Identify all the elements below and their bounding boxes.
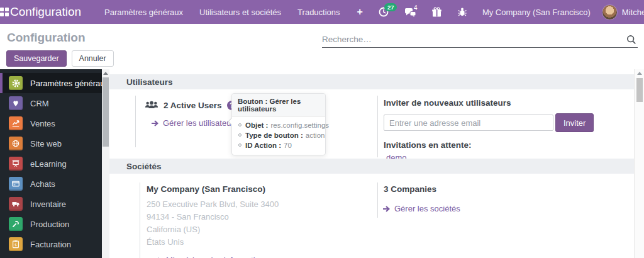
invite-email-input[interactable] [384,115,553,131]
tooltip-row-label: ID Action : [245,142,281,149]
companies-count: 3 Companies [384,184,460,194]
activity-count-badge: 27 [384,3,397,11]
tooltip-row-value: res.config.settings [270,121,329,129]
sales-chart-icon [9,116,23,130]
menu-traductions[interactable]: Traductions [289,0,348,24]
invite-button[interactable]: Inviter [555,113,594,132]
active-users-count: 2 Active Users [164,101,222,110]
sidebar-item-inventaire[interactable]: Inventaire [0,194,102,214]
active-users-row: 2 Active Users ? [145,100,236,110]
crm-heart-icon [9,96,23,110]
plus-icon[interactable]: + [348,6,372,18]
section-header-societes: Sociétés [109,159,634,174]
settings-sidebar: Paramètres généraux CRM Ventes Site web … [0,69,102,258]
sidebar-item-elearning[interactable]: eLearning [0,154,102,174]
sidebar-item-label: Achats [30,179,55,189]
messages-count-badge: 4 [414,4,418,11]
sidebar-item-label: eLearning [30,159,67,169]
tooltip-title: Bouton : Gérer les utilisateurs [232,94,325,117]
tooltip-row-value: 70 [284,142,292,149]
scrollbar-thumb[interactable] [103,77,109,147]
manage-companies-link[interactable]: Gérer les sociétés [382,204,460,213]
manage-users-link[interactable]: Gérer les utilisateurs [151,118,238,128]
systray: 27 4 [372,0,474,24]
tooltip-row-value: action [306,132,325,139]
search-bar [322,31,638,48]
user-menu-button[interactable]: Mitchell Admin (4469803-14-0-all) [599,4,644,20]
svg-text:$: $ [14,243,17,247]
address-line: California (US) [147,223,279,236]
button-tooltip: Bouton : Gérer les utilisateurs Objet : … [231,93,326,155]
user-avatar [602,4,618,20]
company-info-block: My Company (San Francisco) 250 Executive… [147,184,279,258]
breadcrumb: Configuration [7,31,86,45]
sidebar-item-label: Paramètres généraux [30,79,109,88]
user-name: Mitchell Admin (4469803-14-0-all) [622,8,644,17]
link-label: Mise à jour des informations [166,255,269,258]
address-line: 250 Executive Park Blvd, Suite 3400 [147,198,279,211]
separator [140,182,140,258]
sidebar-item-crm[interactable]: CRM [0,93,102,113]
bullet-icon [238,123,242,126]
page-scrollbar[interactable] [634,69,644,258]
company-switcher[interactable]: My Company (San Francisco) [474,8,599,17]
tooltip-row: Type de bouton : action [237,132,320,139]
sidebar-item-label: Facturation [30,240,71,249]
globe-icon [9,137,23,150]
search-input[interactable] [322,35,626,44]
address-line: États Unis [147,236,279,249]
separator [377,96,378,157]
wrench-icon [9,217,23,231]
separator [377,182,378,218]
scrollbar-thumb[interactable] [636,78,643,102]
company-name: My Company (San Francisco) [147,184,279,194]
update-company-link[interactable]: Mise à jour des informations [154,255,279,258]
sidebar-item-label: Inventaire [30,199,66,209]
sidebar-item-label: Ventes [30,119,55,128]
sidebar-item-facturation[interactable]: $ Facturation [0,234,102,254]
app-title: Configuration [10,5,81,19]
arrow-right-icon [382,206,391,212]
tooltip-row-label: Objet : [245,121,268,129]
sidebar-item-label: CRM [30,99,49,108]
search-icon[interactable] [626,35,636,45]
save-button[interactable]: Sauvegarder [6,50,67,67]
sidebar-item-achats[interactable]: Achats [0,174,102,194]
invoice-icon: $ [9,237,23,251]
pending-invitations-label: Invitations en attente: [384,140,594,150]
control-panel: Configuration Sauvegarder Annuler [0,24,644,69]
truck-icon [9,197,23,211]
separator [135,96,136,147]
tooltip-row: Objet : res.config.settings [237,121,320,129]
section-title: Utilisateurs [126,77,173,87]
cancel-button[interactable]: Annuler [72,50,114,67]
apps-menu-button[interactable] [0,0,9,24]
sidebar-item-parametres-generaux[interactable]: Paramètres généraux [0,73,102,93]
menu-utilisateurs-societes[interactable]: Utilisateurs et sociétés [191,0,289,24]
bug-icon [457,7,467,17]
gift-menu-button[interactable] [425,0,448,24]
messages-menu-button[interactable]: 4 [398,0,423,24]
sidebar-item-site-web[interactable]: Site web [0,133,102,154]
top-navbar: Configuration Paramètres généraux Utilis… [0,0,644,24]
arrow-right-icon [151,120,159,126]
activity-menu-button[interactable]: 27 [372,0,396,24]
settings-content: Utilisateurs 2 Active Users ? Gérer les … [109,69,634,258]
tooltip-row-label: Type de bouton : [245,132,303,139]
debug-menu-button[interactable] [451,0,474,24]
menu-parametres-generaux[interactable]: Paramètres généraux [96,0,191,24]
section-header-utilisateurs: Utilisateurs [109,74,634,89]
companies-count-block: 3 Companies Gérer les sociétés [384,184,460,213]
bullet-icon [238,133,242,137]
link-label: Gérer les sociétés [394,204,460,213]
sidebar-item-production[interactable]: Production [0,214,102,234]
sidebar-item-ventes[interactable]: Ventes [0,113,102,133]
scrollbar-up-arrow[interactable] [637,72,642,75]
invite-users-title: Inviter de nouveaux utilisateurs [384,98,594,108]
bullet-icon [238,143,242,147]
content-scrollbar[interactable] [102,69,109,258]
scrollbar-up-arrow[interactable] [103,72,108,75]
apps-grid-icon [0,8,9,16]
tooltip-row: ID Action : 70 [237,142,320,149]
gift-icon [431,7,442,18]
